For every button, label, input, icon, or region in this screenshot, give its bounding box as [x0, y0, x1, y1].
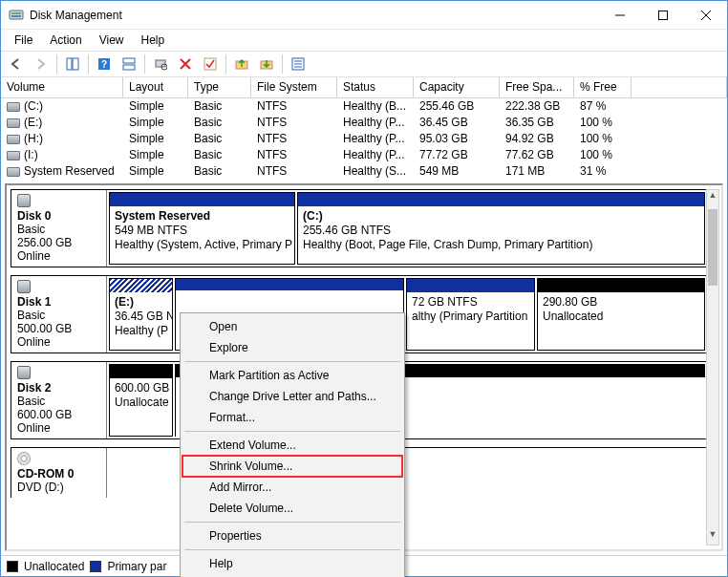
menu-extend-volume[interactable]: Extend Volume...	[182, 435, 402, 456]
volume-row[interactable]: (H:)SimpleBasicNTFSHealthy (P...95.03 GB…	[1, 131, 727, 147]
volume-row[interactable]: System ReservedSimpleBasicNTFSHealthy (S…	[1, 163, 727, 180]
volume-cell: (C:)	[1, 98, 123, 115]
disk-0-block[interactable]: Disk 0 Basic 256.00 GB Online System Res…	[11, 189, 708, 267]
volume-cell: 222.38 GB	[500, 98, 574, 115]
disk-1-label: Disk 1 Basic 500.00 GB Online	[11, 276, 107, 353]
scroll-thumb[interactable]	[708, 209, 717, 286]
menu-help[interactable]: Help	[134, 32, 173, 49]
vertical-scrollbar[interactable]: ▲ ▼	[706, 189, 719, 545]
folder-up-icon[interactable]	[230, 53, 253, 75]
legend-swatch-primary	[90, 561, 101, 572]
window-title: Disk Management	[30, 9, 598, 22]
menu-change-drive-letter[interactable]: Change Drive Letter and Paths...	[182, 386, 402, 407]
partition-size: 290.80 GB	[543, 295, 699, 310]
col-free[interactable]: Free Spa...	[500, 77, 574, 97]
scroll-up-arrow[interactable]: ▲	[707, 190, 718, 205]
list-icon[interactable]	[287, 53, 310, 75]
minimize-button[interactable]	[598, 1, 641, 29]
volume-cell: (E:)	[1, 115, 123, 131]
partition-status: Healthy (System, Active, Primary P	[115, 238, 289, 252]
disk-2-type: Basic	[17, 395, 100, 408]
svg-rect-4	[658, 11, 667, 19]
disk-0-type: Basic	[17, 223, 100, 236]
delete-icon[interactable]	[174, 53, 197, 75]
volume-cell: Simple	[123, 147, 188, 163]
cdrom-name: CD-ROM 0	[17, 467, 100, 481]
disk-0-name: Disk 0	[17, 209, 100, 223]
partition-unallocated-d2[interactable]: 600.00 GB Unallocate	[109, 364, 173, 437]
volume-icon	[7, 118, 20, 128]
svg-text:?: ?	[101, 59, 107, 70]
partition-title: (C:)	[303, 209, 699, 224]
folder-down-icon[interactable]	[255, 53, 278, 75]
svg-rect-1	[11, 12, 21, 14]
scroll-down-arrow[interactable]: ▼	[707, 529, 718, 545]
menu-add-mirror[interactable]: Add Mirror...	[182, 477, 402, 498]
col-layout[interactable]: Layout	[123, 77, 188, 97]
col-type[interactable]: Type	[188, 77, 251, 97]
maximize-button[interactable]	[641, 1, 684, 29]
partition-i[interactable]: 72 GB NTFS althy (Primary Partition	[406, 278, 535, 351]
volume-cell: NTFS	[251, 163, 337, 180]
menu-shrink-volume[interactable]: Shrink Volume...	[182, 456, 402, 477]
volume-row[interactable]: (E:)SimpleBasicNTFSHealthy (P...36.45 GB…	[1, 115, 727, 131]
partition-title: System Reserved	[115, 209, 289, 224]
volume-cell: 94.92 GB	[500, 131, 574, 147]
show-hide-button[interactable]	[61, 53, 84, 75]
forward-button[interactable]	[30, 53, 53, 75]
col-fs[interactable]: File System	[251, 77, 337, 97]
disk-0-state: Online	[17, 249, 100, 263]
volume-cell: Simple	[123, 115, 188, 131]
back-button[interactable]	[5, 53, 28, 75]
menu-file[interactable]: File	[7, 32, 40, 49]
col-pct[interactable]: % Free	[574, 77, 632, 97]
titlebar: Disk Management	[1, 1, 727, 30]
volume-row[interactable]: (C:)SimpleBasicNTFSHealthy (B...255.46 G…	[1, 98, 727, 115]
menu-explore[interactable]: Explore	[182, 337, 402, 358]
toolbar: ?	[1, 51, 727, 77]
col-volume[interactable]: Volume	[1, 77, 123, 97]
partition-system-reserved[interactable]: System Reserved 549 MB NTFS Healthy (Sys…	[109, 192, 295, 265]
volume-cell: Healthy (P...	[337, 131, 414, 147]
menu-mark-active[interactable]: Mark Partition as Active	[182, 365, 402, 386]
partition-status: Unallocated	[543, 310, 699, 324]
partition-title: (E:)	[115, 295, 167, 310]
partition-size: 549 MB NTFS	[115, 224, 289, 238]
volume-list-header: Volume Layout Type File System Status Ca…	[1, 77, 727, 98]
volume-row[interactable]: (I:)SimpleBasicNTFSHealthy (P...77.72 GB…	[1, 147, 727, 163]
menu-format[interactable]: Format...	[182, 407, 402, 428]
disk-icon	[17, 194, 31, 207]
legend-swatch-unallocated	[7, 561, 18, 572]
partition-unallocated-d1[interactable]: 290.80 GB Unallocated	[537, 278, 705, 351]
volume-cell: Healthy (B...	[337, 98, 414, 115]
layout-button[interactable]	[118, 53, 140, 75]
context-menu: Open Explore Mark Partition as Active Ch…	[180, 312, 405, 577]
legend-primary: Primary par	[107, 560, 166, 573]
volume-cell: Basic	[188, 147, 251, 163]
menu-action[interactable]: Action	[42, 32, 89, 49]
volume-cell: 36.35 GB	[500, 115, 574, 131]
volume-list[interactable]: Volume Layout Type File System Status Ca…	[1, 77, 727, 180]
svg-rect-8	[73, 58, 78, 70]
close-button[interactable]	[684, 1, 727, 29]
menu-view[interactable]: View	[92, 32, 132, 49]
disk-2-size: 600.00 GB	[17, 408, 100, 421]
partition-c[interactable]: (C:) 255.46 GB NTFS Healthy (Boot, Page …	[297, 192, 705, 265]
volume-cell: 100 %	[574, 147, 632, 163]
volume-cell: Basic	[188, 163, 251, 180]
col-capacity[interactable]: Capacity	[414, 77, 500, 97]
col-status[interactable]: Status	[337, 77, 414, 97]
menu-properties[interactable]: Properties	[182, 525, 402, 546]
menu-delete-volume[interactable]: Delete Volume...	[182, 498, 402, 519]
disk-1-name: Disk 1	[17, 295, 100, 309]
partition-e[interactable]: (E:) 36.45 GB N Healthy (P	[109, 278, 173, 351]
check-icon[interactable]	[199, 53, 222, 75]
menu-help[interactable]: Help	[182, 553, 402, 574]
help-button[interactable]: ?	[93, 53, 116, 75]
menu-open[interactable]: Open	[182, 316, 402, 337]
settings-button[interactable]	[149, 53, 172, 75]
partition-size: 600.00 GB	[115, 381, 167, 395]
disk-icon	[17, 280, 31, 293]
partition-status: Healthy (Boot, Page File, Crash Dump, Pr…	[303, 238, 699, 252]
volume-cell: System Reserved	[1, 163, 123, 180]
